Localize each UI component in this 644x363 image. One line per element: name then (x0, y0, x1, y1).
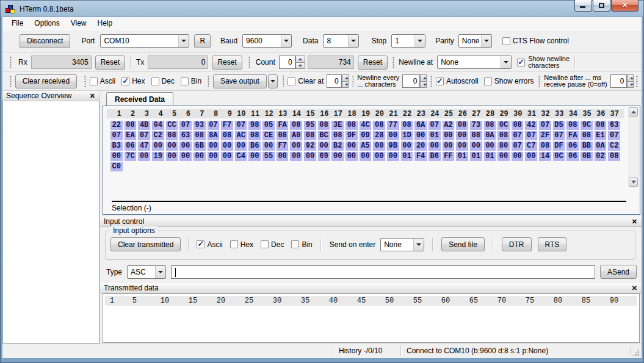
clear-at-checkbox[interactable] (288, 77, 295, 85)
hex-byte[interactable]: 7C (125, 152, 137, 161)
hex-byte[interactable]: 08 (331, 131, 344, 140)
hex-byte[interactable]: 20 (414, 142, 427, 151)
rx-dec-checkbox[interactable] (151, 77, 159, 85)
hex-byte[interactable]: C2 (152, 131, 164, 140)
hex-byte[interactable]: 00 (166, 152, 178, 161)
hex-byte[interactable]: DF (553, 142, 565, 151)
close-icon[interactable]: ✕ (630, 284, 639, 292)
hex-byte[interactable]: D5 (553, 121, 565, 130)
type-select[interactable]: ASC (127, 265, 166, 279)
hex-byte[interactable]: 00 (318, 142, 330, 151)
hex-byte[interactable]: 07 (539, 121, 551, 130)
tx-dec-checkbox[interactable] (261, 240, 269, 248)
menu-help[interactable]: Help (92, 18, 118, 29)
hex-byte[interactable]: 93 (194, 121, 206, 130)
hex-byte[interactable]: 00 (443, 142, 455, 151)
hex-byte[interactable]: 47 (138, 142, 150, 151)
hex-byte[interactable]: 63 (608, 121, 620, 130)
hex-byte[interactable]: 95 (304, 121, 316, 130)
hex-byte[interactable]: 55 (262, 152, 275, 161)
newline-after-input[interactable]: 0 (610, 74, 628, 88)
hex-byte[interactable]: 00 (277, 152, 289, 161)
hex-byte[interactable]: FF (443, 152, 455, 161)
hex-byte[interactable]: A2 (443, 121, 455, 130)
hex-byte[interactable]: 28 (373, 131, 385, 140)
rescan-ports-button[interactable]: R (194, 34, 211, 48)
hex-byte[interactable]: 01 (429, 131, 441, 140)
hex-byte[interactable]: 00 (346, 152, 358, 161)
close-icon[interactable]: ✕ (630, 218, 639, 226)
hex-byte[interactable]: 00 (248, 152, 261, 161)
hex-byte[interactable]: 08 (497, 131, 510, 140)
hex-byte[interactable]: 04 (152, 121, 164, 130)
hex-byte[interactable]: 07 (525, 131, 537, 140)
toolbar-grip[interactable] (84, 76, 86, 87)
hex-byte[interactable]: 08 (318, 121, 330, 130)
hex-byte[interactable]: 3E (331, 121, 344, 130)
hex-byte[interactable]: 00 (194, 152, 206, 161)
toolbar-grip[interactable] (430, 76, 432, 87)
hex-byte[interactable]: C0 (110, 162, 123, 171)
hex-byte[interactable]: CC (166, 121, 178, 130)
menu-options[interactable]: Options (29, 18, 65, 29)
hex-byte[interactable]: 01 (456, 152, 468, 161)
spin-down-icon[interactable] (420, 82, 427, 88)
parity-select[interactable]: None (458, 34, 492, 48)
hex-byte[interactable]: 0A (484, 131, 496, 140)
hex-byte[interactable]: 63 (179, 131, 192, 140)
autoscroll-checkbox[interactable] (436, 77, 444, 85)
received-scrollbar[interactable] (628, 107, 639, 187)
hex-byte[interactable]: 02 (595, 152, 607, 161)
hex-byte[interactable]: 00 (235, 142, 247, 151)
hex-byte[interactable]: 00 (346, 142, 358, 151)
hex-byte[interactable]: 09 (360, 131, 372, 140)
show-errors-checkbox[interactable] (484, 77, 492, 85)
hex-byte[interactable]: 08 (304, 131, 316, 140)
hex-byte[interactable]: 00 (138, 152, 150, 161)
hex-byte[interactable]: 8A (208, 131, 220, 140)
hex-byte[interactable]: 08 (470, 131, 482, 140)
spin-down-icon[interactable] (627, 82, 634, 88)
hex-byte[interactable]: F7 (221, 121, 233, 130)
toolbar-grip[interactable] (352, 76, 354, 87)
hex-byte[interactable]: E1 (595, 131, 607, 140)
data-bits-select[interactable]: 8 (323, 34, 359, 48)
hex-byte[interactable]: 00 (304, 152, 316, 161)
stop-bits-select[interactable]: 1 (391, 34, 425, 48)
hex-byte[interactable]: 00 (221, 152, 233, 161)
hex-byte[interactable]: B6 (248, 142, 261, 151)
toolbar-grip[interactable] (10, 57, 12, 68)
hex-byte[interactable]: BB (581, 142, 593, 151)
hex-byte[interactable]: 06 (125, 142, 137, 151)
hex-byte[interactable]: 08 (194, 131, 206, 140)
send-file-button[interactable]: Send file (441, 237, 485, 251)
newline-every-input[interactable]: 0 (402, 74, 420, 88)
tx-hex-checkbox[interactable] (230, 240, 238, 248)
hex-byte[interactable]: 77 (387, 121, 399, 130)
clear-received-button[interactable]: Clear received (15, 74, 77, 88)
hex-byte[interactable]: 01 (484, 152, 496, 161)
hex-byte[interactable]: EA (125, 131, 137, 140)
hex-byte[interactable]: B6 (429, 152, 441, 161)
hex-byte[interactable]: 9C (581, 121, 593, 130)
hex-byte[interactable]: 08 (166, 131, 178, 140)
hex-byte[interactable]: 00 (373, 142, 385, 151)
clear-at-spinner[interactable] (342, 74, 349, 88)
minimize-button[interactable] (574, 0, 592, 12)
hex-byte[interactable]: 07 (138, 131, 150, 140)
transmitted-data-view[interactable]: 151015202530354045505560657075808590 (103, 293, 640, 343)
hex-byte[interactable]: 92 (304, 142, 316, 151)
asend-button[interactable]: ASend (600, 265, 637, 279)
hex-data-grid[interactable]: 22084B04CC079307F7079805FA0895083E084C08… (107, 120, 624, 171)
hex-byte[interactable]: 14 (539, 152, 551, 161)
hex-byte[interactable]: 08 (221, 131, 233, 140)
hex-byte[interactable]: 07 (608, 131, 620, 140)
spin-down-icon[interactable] (342, 82, 349, 88)
hex-byte[interactable]: 0A (595, 142, 607, 151)
hex-byte[interactable]: 80 (497, 142, 510, 151)
hex-byte[interactable]: 00 (331, 152, 344, 161)
hex-byte[interactable]: 07 (179, 121, 192, 130)
hex-byte[interactable]: 08 (539, 142, 551, 151)
hex-byte[interactable]: 00 (166, 142, 178, 151)
toolbar-grip[interactable] (248, 57, 251, 68)
